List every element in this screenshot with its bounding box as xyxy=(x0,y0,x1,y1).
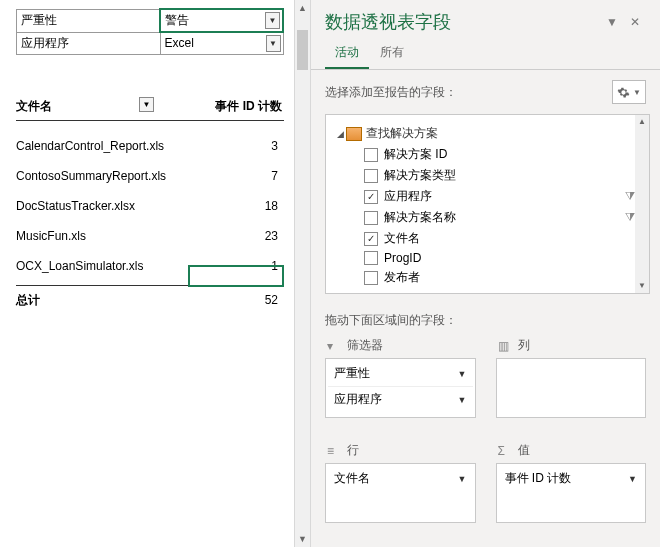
filter-label: 严重性 xyxy=(17,9,161,32)
field-source-tabs: 活动 所有 xyxy=(311,40,660,70)
zone-item[interactable]: 严重性▼ xyxy=(328,361,473,387)
checkbox[interactable]: ✓ xyxy=(364,190,378,204)
checkbox[interactable]: ✓ xyxy=(364,232,378,246)
rows-icon: ≡ xyxy=(327,444,341,458)
table-row[interactable]: MusicFun.xls23 xyxy=(16,221,284,251)
count-value: 1 xyxy=(196,259,284,273)
zone-item-label: 应用程序 xyxy=(334,391,458,408)
file-name: DocStatusTracker.xlsx xyxy=(16,199,196,213)
field-check-item[interactable]: 发布者 xyxy=(334,267,645,288)
grand-total-value: 52 xyxy=(265,293,278,307)
field-check-item[interactable]: 解决方案 ID xyxy=(334,144,645,165)
scroll-up-arrow[interactable]: ▲ xyxy=(295,0,310,16)
report-filter-table: 严重性 警告 ▼ 应用程序 Excel ▼ xyxy=(16,8,284,55)
field-label: 解决方案类型 xyxy=(384,167,456,184)
checkbox[interactable] xyxy=(364,148,378,162)
chevron-down-icon[interactable]: ▼ xyxy=(458,395,467,405)
zone-item[interactable]: 文件名▼ xyxy=(328,466,473,491)
checkbox[interactable] xyxy=(364,169,378,183)
grand-total-row: 总计 52 xyxy=(16,285,284,309)
layout-areas: ▾筛选器 严重性▼应用程序▼ ▥列 ≡行 文件名▼ Σ值 事件 ID 计数▼ xyxy=(311,335,660,547)
filter-value-text: Excel xyxy=(165,36,194,50)
count-value: 23 xyxy=(196,229,284,243)
zone-item-label: 文件名 xyxy=(334,470,458,487)
columns-zone: ▥列 xyxy=(496,335,647,432)
worksheet-scrollbar[interactable]: ▲ ▼ xyxy=(294,0,310,547)
table-label: 查找解决方案 xyxy=(366,125,438,142)
scroll-up-arrow[interactable]: ▲ xyxy=(635,115,649,129)
filter-label: 应用程序 xyxy=(17,32,161,54)
file-name: OCX_LoanSimulator.xls xyxy=(16,259,196,273)
filters-zone: ▾筛选器 严重性▼应用程序▼ xyxy=(325,335,476,432)
tools-button[interactable]: ▼ xyxy=(612,80,646,104)
dropdown-icon[interactable]: ▼ xyxy=(139,97,154,112)
tab-all[interactable]: 所有 xyxy=(370,40,414,69)
field-list: ▲ ▼ ◢ 查找解决方案 解决方案 ID解决方案类型✓应用程序⧩解决方案名称⧩✓… xyxy=(325,114,650,294)
count-value: 18 xyxy=(196,199,284,213)
zone-label: 筛选器 xyxy=(347,337,383,354)
field-label: 文件名 xyxy=(384,230,420,247)
filter-value[interactable]: 警告 ▼ xyxy=(160,9,283,32)
field-label: 解决方案 ID xyxy=(384,146,447,163)
table-row[interactable]: DocStatusTracker.xlsx18 xyxy=(16,191,284,221)
zone-item[interactable]: 应用程序▼ xyxy=(328,387,473,412)
field-check-item[interactable]: ProgID xyxy=(334,249,645,267)
grand-total-label: 总计 xyxy=(16,292,176,309)
scroll-thumb[interactable] xyxy=(297,30,308,70)
zone-item-label: 事件 ID 计数 xyxy=(505,470,629,487)
funnel-icon: ⧩ xyxy=(625,189,635,203)
grand-total-cell[interactable]: 52 xyxy=(176,293,284,307)
file-name: MusicFun.xls xyxy=(16,229,196,243)
gear-icon xyxy=(617,86,630,99)
field-check-item[interactable]: 解决方案名称⧩ xyxy=(334,207,645,228)
divider xyxy=(16,120,284,121)
checkbox[interactable] xyxy=(364,211,378,225)
close-button[interactable]: ✕ xyxy=(624,13,646,31)
zone-body[interactable] xyxy=(496,358,647,418)
table-row[interactable]: CalendarControl_Report.xls3 xyxy=(16,131,284,161)
checkbox[interactable] xyxy=(364,271,378,285)
file-name: CalendarControl_Report.xls xyxy=(16,139,196,153)
zone-item-label: 严重性 xyxy=(334,365,458,382)
scroll-down-arrow[interactable]: ▼ xyxy=(295,531,310,547)
pane-title: 数据透视表字段 xyxy=(325,10,600,34)
field-check-item[interactable]: ✓应用程序⧩ xyxy=(334,186,645,207)
table-row[interactable]: ContosoSummaryReport.xls7 xyxy=(16,161,284,191)
chevron-down-icon[interactable]: ▼ xyxy=(458,369,467,379)
pivot-data-rows: CalendarControl_Report.xls3ContosoSummar… xyxy=(16,131,284,281)
table-node[interactable]: ◢ 查找解决方案 xyxy=(334,123,645,144)
chevron-down-icon[interactable]: ▼ xyxy=(628,474,637,484)
field-check-item[interactable]: 解决方案类型 xyxy=(334,165,645,186)
table-icon xyxy=(346,127,362,141)
field-label: 解决方案名称 xyxy=(384,209,456,226)
chevron-down-icon: ▼ xyxy=(633,88,641,97)
checkbox[interactable] xyxy=(364,251,378,265)
file-name: ContosoSummaryReport.xls xyxy=(16,169,196,183)
dropdown-icon[interactable]: ▼ xyxy=(266,35,281,52)
field-label: ProgID xyxy=(384,251,421,265)
drag-hint-label: 拖动下面区域间的字段： xyxy=(311,302,660,335)
table-row[interactable]: OCX_LoanSimulator.xls1 xyxy=(16,251,284,281)
dropdown-icon[interactable]: ▼ xyxy=(265,12,280,29)
zone-label: 列 xyxy=(518,337,530,354)
filter-value[interactable]: Excel ▼ xyxy=(160,32,283,54)
tab-active[interactable]: 活动 xyxy=(325,40,369,69)
zone-item[interactable]: 事件 ID 计数▼ xyxy=(499,466,644,491)
pivot-worksheet: ▲ ▼ 严重性 警告 ▼ 应用程序 Excel ▼ 文件名 ▼ 事件 ID 计数… xyxy=(0,0,310,547)
dropdown-button[interactable]: ▼ xyxy=(600,13,624,31)
rows-zone: ≡行 文件名▼ xyxy=(325,440,476,537)
funnel-icon: ▾ xyxy=(327,339,341,353)
columns-icon: ▥ xyxy=(498,339,512,353)
field-check-item[interactable]: ✓文件名 xyxy=(334,228,645,249)
funnel-icon: ⧩ xyxy=(625,210,635,224)
zone-body[interactable]: 事件 ID 计数▼ xyxy=(496,463,647,523)
zone-body[interactable]: 文件名▼ xyxy=(325,463,476,523)
collapse-icon[interactable]: ◢ xyxy=(334,129,346,139)
pivot-field-list-pane: 数据透视表字段 ▼ ✕ 活动 所有 选择添加至报告的字段： ▼ ▲ ▼ ◢ 查找… xyxy=(310,0,660,547)
count-value: 3 xyxy=(196,139,284,153)
count-value: 7 xyxy=(196,169,284,183)
chevron-down-icon[interactable]: ▼ xyxy=(458,474,467,484)
zone-body[interactable]: 严重性▼应用程序▼ xyxy=(325,358,476,418)
zone-label: 行 xyxy=(347,442,359,459)
row-header[interactable]: 文件名 ▼ xyxy=(16,95,166,118)
